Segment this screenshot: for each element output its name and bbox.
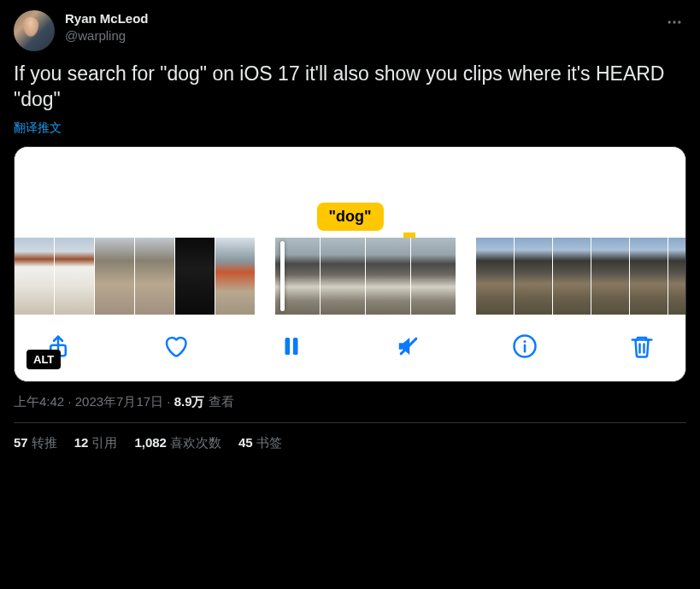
display-name: Ryan McLeod — [65, 10, 652, 27]
heart-icon[interactable] — [161, 332, 190, 361]
svg-rect-4 — [285, 338, 291, 355]
trash-icon[interactable] — [627, 332, 656, 361]
video-frame — [321, 238, 365, 315]
likes-stat[interactable]: 1,082喜欢次数 — [134, 435, 221, 451]
bookmarks-stat[interactable]: 45书签 — [238, 435, 282, 451]
media-card[interactable]: "dog" — [14, 146, 686, 382]
video-frame — [476, 238, 514, 315]
quotes-stat[interactable]: 12引用 — [74, 435, 118, 451]
video-frame — [95, 238, 134, 315]
clip-group-3[interactable] — [476, 238, 685, 315]
views-label: 查看 — [205, 394, 234, 409]
svg-point-0 — [668, 21, 671, 23]
pause-icon[interactable] — [277, 332, 306, 361]
mute-icon[interactable] — [394, 332, 423, 361]
video-frame — [15, 238, 54, 315]
filmstrip[interactable] — [15, 238, 685, 315]
video-frame — [668, 238, 685, 315]
video-frame — [591, 238, 629, 315]
svg-point-1 — [673, 21, 675, 23]
video-frame — [553, 238, 591, 315]
video-frame — [411, 238, 456, 315]
video-frame — [630, 238, 668, 315]
video-frame — [515, 238, 552, 315]
tweet-text: If you search for "dog" on iOS 17 it'll … — [14, 62, 686, 113]
clip-group-1[interactable] — [15, 238, 255, 315]
tweet-meta[interactable]: 上午4:42 · 2023年7月17日 · 8.9万 查看 — [14, 394, 686, 410]
user-handle: @warpling — [65, 27, 652, 44]
more-icon[interactable] — [662, 10, 686, 38]
svg-point-2 — [678, 21, 680, 23]
video-frame — [135, 238, 174, 315]
tweet-header: Ryan McLeod @warpling — [14, 10, 686, 51]
tweet-time: 上午4:42 — [14, 394, 64, 409]
video-frame — [175, 238, 215, 315]
info-icon[interactable] — [510, 332, 539, 361]
tweet-date: 2023年7月17日 — [75, 394, 163, 409]
video-frame — [55, 238, 94, 315]
avatar[interactable] — [14, 10, 55, 51]
player-controls — [15, 315, 685, 381]
views-count: 8.9万 — [174, 394, 205, 409]
divider — [14, 422, 686, 423]
clip-group-2[interactable] — [275, 238, 456, 315]
svg-rect-5 — [293, 338, 298, 355]
playhead[interactable] — [280, 241, 285, 311]
search-term-badge: "dog" — [316, 203, 383, 231]
svg-point-9 — [524, 340, 526, 343]
retweets-stat[interactable]: 57转推 — [14, 435, 57, 451]
video-frame — [215, 238, 255, 315]
stats-row: 57转推 12引用 1,082喜欢次数 45书签 — [14, 435, 686, 451]
translate-link[interactable]: 翻译推文 — [14, 121, 62, 136]
media-top-area: "dog" — [15, 147, 685, 238]
video-frame — [366, 238, 410, 315]
user-info[interactable]: Ryan McLeod @warpling — [65, 10, 652, 44]
alt-badge[interactable]: ALT — [26, 350, 61, 369]
tweet-container: Ryan McLeod @warpling If you search for … — [0, 0, 700, 462]
